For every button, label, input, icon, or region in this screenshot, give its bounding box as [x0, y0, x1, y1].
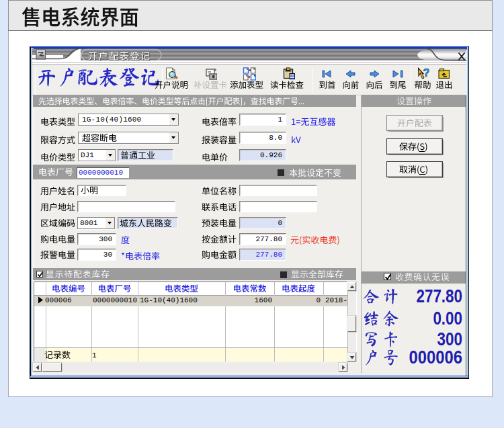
- svg-text:?: ?: [423, 67, 429, 79]
